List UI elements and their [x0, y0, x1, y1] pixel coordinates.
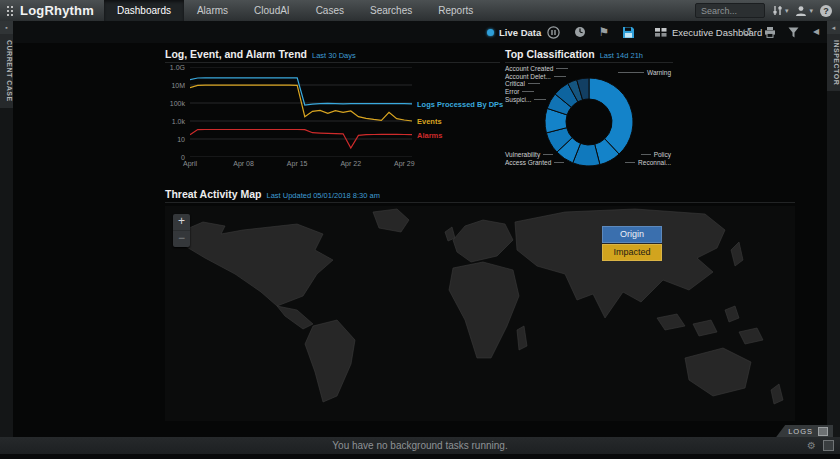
x-tick-label: Apr 29 — [394, 160, 415, 167]
panel-icon: ▪ — [5, 24, 7, 31]
nav-tab[interactable]: Cases — [303, 0, 357, 21]
inspector-strip: ◂ INSPECTOR — [827, 21, 840, 437]
sliders-icon — [772, 5, 783, 16]
current-case-strip: ▪ CURRENT CASE — [0, 21, 13, 437]
inspector-tab[interactable]: INSPECTOR — [827, 34, 840, 91]
donut-label: Vulnerability — [505, 151, 564, 159]
nav-tab[interactable]: Searches — [357, 0, 425, 21]
toolbar-middle-group: ⚑ — [573, 21, 635, 43]
dashboard-grid-icon — [655, 28, 667, 37]
donut-label: Access Granted — [505, 159, 564, 167]
y-tick-label: 100k — [170, 100, 185, 107]
bottom-strip — [0, 454, 840, 459]
y-tick-label: 10M — [171, 82, 185, 89]
donut-label: Reconnai... — [625, 159, 671, 167]
filter-funnel-icon — [788, 27, 799, 38]
toolbar-right-group: ↺ ◀ — [740, 21, 823, 43]
expand-inspector-button[interactable]: ◀ — [809, 25, 823, 39]
map-widget-header: Threat Activity Map Last Updated 05/01/2… — [165, 188, 795, 203]
world-map[interactable] — [165, 206, 785, 421]
trend-widget-header: Log, Event, and Alarm Trend Last 30 Days — [165, 48, 500, 63]
user-menu[interactable]: ▾ — [795, 5, 813, 17]
trend-chart[interactable]: 1.0G10M100k1.0k100 AprilApr 08Apr 15Apr … — [165, 67, 500, 175]
widget-subtitle: Last Updated 05/01/2018 8:30 am — [266, 191, 379, 200]
zoom-out-button[interactable]: − — [173, 230, 190, 247]
live-data-indicator — [487, 29, 494, 36]
caret-down-icon: ▾ — [809, 7, 813, 15]
x-tick-label: Apr 08 — [233, 160, 254, 167]
status-bar-icons: ⚙ — [807, 437, 834, 454]
pause-icon — [547, 26, 560, 39]
widget-title: Top Classification — [505, 48, 595, 60]
background-tasks-message: You have no background tasks running. — [0, 440, 840, 451]
search-options-control[interactable]: ▾ — [772, 5, 789, 16]
donut-label: Error — [505, 88, 568, 96]
live-data-label: Live Data — [499, 27, 541, 38]
open-inspector-button[interactable]: ◂ — [827, 21, 840, 34]
x-tick-label: Apr 22 — [340, 160, 361, 167]
filter-button[interactable] — [786, 25, 800, 39]
donut-label: Policy — [625, 151, 671, 159]
trend-legend: Logs Processed By DPsEventsAlarms — [417, 67, 500, 157]
nav-tab[interactable]: CloudAI — [241, 0, 303, 21]
current-case-tab[interactable]: CURRENT CASE — [0, 34, 13, 108]
logs-tab-label: LOGS — [788, 427, 813, 436]
y-tick-label: 1.0k — [172, 118, 185, 125]
save-dashboard-button[interactable] — [621, 25, 635, 39]
top-nav-bar: LogRhythm DashboardsAlarmsCloudAICasesSe… — [0, 0, 840, 21]
clock-icon — [574, 26, 586, 38]
donut-label: Account Delet... — [505, 73, 568, 81]
donut-label: Suspici... — [505, 95, 568, 103]
logs-tab[interactable]: LOGS — [776, 425, 833, 437]
map-legend: OriginImpacted — [602, 226, 662, 262]
donut-labels-bottom-left: VulnerabilityAccess Granted — [505, 151, 564, 166]
topnav-right-cluster: ▾ ▾ ? — [695, 3, 840, 18]
threat-map[interactable]: + − OriginImpacted — [165, 206, 795, 421]
donut-labels-bottom-right: PolicyReconnai... — [625, 151, 671, 166]
donut-labels-top-right: Warning — [618, 69, 671, 77]
map-legend-button[interactable]: Origin — [602, 226, 662, 243]
undo-icon: ↺ — [742, 25, 752, 39]
widget-title: Log, Event, and Alarm Trend — [165, 48, 307, 60]
donut-label: Warning — [618, 69, 671, 77]
series-legend-label: Logs Processed By DPs — [417, 100, 503, 109]
x-axis-labels: AprilApr 08Apr 15Apr 22Apr 29 — [190, 160, 412, 170]
save-icon — [622, 26, 635, 39]
gear-icon[interactable]: ⚙ — [807, 440, 816, 451]
widget-subtitle: Last 30 Days — [312, 51, 356, 60]
user-icon — [795, 5, 807, 17]
open-current-case-button[interactable]: ▪ — [0, 21, 13, 34]
donut-labels-top-left: Account CreatedAccount Delet...CriticalE… — [505, 65, 568, 103]
flag-button[interactable]: ⚑ — [597, 25, 611, 39]
y-axis-labels: 1.0G10M100k1.0k100 — [165, 67, 187, 157]
status-bar: You have no background tasks running. ⚙ — [0, 437, 840, 454]
logrhythm-logo[interactable]: LogRhythm — [0, 3, 104, 18]
zoom-in-button[interactable]: + — [173, 214, 190, 230]
main-nav-tabs: DashboardsAlarmsCloudAICasesSearchesRepo… — [104, 0, 486, 21]
series-legend-label: Alarms — [417, 131, 442, 140]
nav-tab[interactable]: Reports — [425, 0, 486, 21]
trend-widget: Log, Event, and Alarm Trend Last 30 Days… — [165, 48, 500, 180]
logs-panel-icon — [818, 427, 828, 436]
threat-map-widget: Threat Activity Map Last Updated 05/01/2… — [165, 188, 795, 421]
pause-button[interactable] — [546, 25, 560, 39]
time-range-button[interactable] — [573, 25, 587, 39]
trend-lines-plot[interactable] — [190, 67, 412, 157]
x-tick-label: Apr 15 — [287, 160, 308, 167]
map-legend-button[interactable]: Impacted — [602, 244, 662, 261]
reset-button[interactable]: ↺ — [740, 25, 754, 39]
print-button[interactable] — [763, 25, 777, 39]
nav-tab[interactable]: Alarms — [184, 0, 241, 21]
logrhythm-dashboard: LogRhythm DashboardsAlarmsCloudAICasesSe… — [0, 0, 840, 459]
live-data-group: Live Data — [487, 21, 560, 43]
nav-tab[interactable]: Dashboards — [104, 0, 184, 21]
y-tick-label: 1.0G — [170, 64, 185, 71]
panel-toggle-icon[interactable] — [823, 440, 834, 451]
x-tick-label: April — [183, 160, 197, 167]
classification-widget: Top Classification Last 14d 21h Account … — [505, 48, 673, 180]
y-tick-label: 10 — [177, 136, 185, 143]
chevron-left-icon: ◀ — [813, 25, 819, 39]
search-input[interactable] — [695, 3, 765, 18]
help-icon[interactable]: ? — [820, 5, 832, 17]
classification-widget-header: Top Classification Last 14d 21h — [505, 48, 673, 63]
